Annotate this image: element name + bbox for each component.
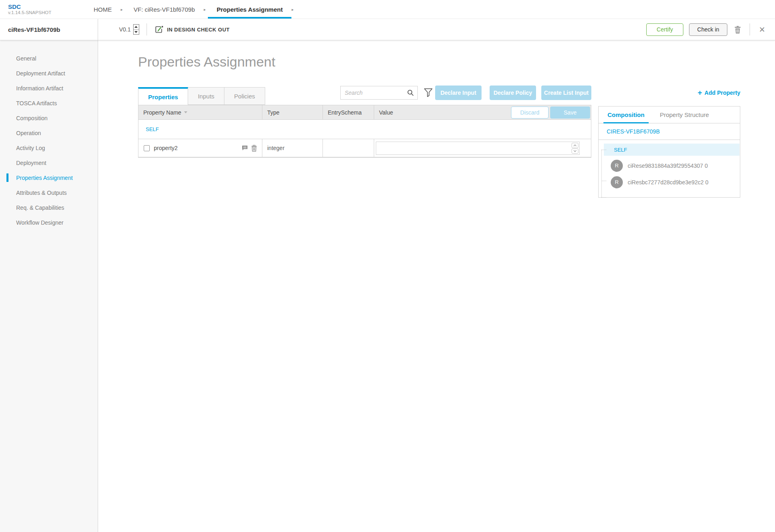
property-type: integer (267, 145, 285, 151)
breadcrumb-home[interactable]: HOME (85, 0, 121, 19)
resource-badge: R (611, 176, 623, 188)
row-icons (242, 145, 262, 152)
spinner-down-icon[interactable] (572, 148, 578, 154)
column-label: EntrySchema (328, 109, 362, 116)
row-checkbox[interactable] (144, 145, 150, 151)
add-property-button[interactable]: + Add Property (698, 89, 740, 96)
sidebar-item-operation[interactable]: Operation (0, 125, 98, 140)
page-title: Properties Assignment (138, 54, 275, 70)
table-group-row-self[interactable]: SELF (138, 120, 591, 139)
sidebar-item-label: Composition (16, 115, 48, 121)
version-up-icon[interactable] (134, 25, 139, 30)
hierarchy-tabs: Composition Property Structure (599, 106, 740, 123)
add-property-label: Add Property (704, 90, 740, 96)
column-label: Property Name (143, 109, 181, 116)
annotation-icon[interactable] (242, 145, 248, 151)
tab-properties[interactable]: Properties (138, 87, 188, 105)
sidebar-item-properties-assignment[interactable]: Properties Assignment (0, 170, 98, 185)
sidebar-item-label: Activity Log (16, 145, 45, 151)
hierarchy-component-row[interactable]: CIRES-VF1BF6709B (599, 123, 740, 140)
main-content: Properties Assignment Properties Inputs … (98, 40, 775, 532)
column-label: Value (379, 109, 393, 116)
search-icon[interactable] (404, 90, 417, 96)
declare-policy-button[interactable]: Declare Policy (490, 86, 536, 100)
component-header: ciRes-VF1bf6709b V0.1 IN DESIGN CHECK OU… (0, 19, 775, 40)
discard-button[interactable]: Discard (511, 106, 549, 119)
sidebar-item-information-artifact[interactable]: Information Artifact (0, 81, 98, 96)
property-value-cell (374, 139, 591, 157)
sidebar-item-label: Deployment (16, 160, 46, 166)
sidebar-item-label: Req. & Capabilities (16, 204, 64, 211)
group-label: SELF (146, 126, 159, 132)
tree-item-resource-2[interactable]: R ciResbc7277d28cd9be3e92c2 0 (599, 174, 740, 190)
divider (147, 23, 147, 35)
resource-label: ciRese9831884a39f29554307 0 (628, 163, 708, 169)
sdc-logo[interactable]: SDC v.1.14.5-SNAPSHOT (0, 4, 85, 15)
version-down-icon[interactable] (134, 30, 139, 35)
filter-icon[interactable] (424, 88, 433, 98)
divider (750, 23, 750, 35)
declare-input-button[interactable]: Declare Input (435, 86, 482, 100)
column-header-property-name[interactable]: Property Name (138, 105, 262, 119)
plus-icon: + (698, 89, 702, 96)
value-input[interactable] (376, 142, 580, 155)
spinner-up-icon[interactable] (572, 143, 578, 148)
sidebar-item-tosca-artifacts[interactable]: TOSCA Artifacts (0, 96, 98, 111)
sidebar-item-label: Information Artifact (16, 85, 63, 92)
sidebar-item-workflow-designer[interactable]: Workflow Designer (0, 215, 98, 230)
version-selector[interactable] (133, 24, 139, 35)
check-in-button[interactable]: Check in (689, 23, 727, 36)
breadcrumb: HOME VF: ciRes-VF1bf6709b Properties Ass… (85, 0, 295, 19)
delete-component-icon[interactable] (733, 25, 742, 35)
close-icon[interactable] (757, 26, 767, 33)
sidebar-item-attributes-outputs[interactable]: Attributes & Outputs (0, 185, 98, 200)
number-spinner (572, 143, 578, 154)
sidebar-item-label: Attributes & Outputs (16, 190, 67, 196)
app-version: v.1.14.5-SNAPSHOT (8, 10, 85, 15)
column-label: Type (267, 109, 279, 116)
tab-policies[interactable]: Policies (224, 87, 265, 105)
component-name: ciRes-VF1bf6709b (8, 26, 60, 33)
property-entryschema-cell (323, 139, 374, 157)
properties-tabs: Properties Inputs Policies (138, 87, 265, 105)
create-list-input-button[interactable]: Create List Input (541, 86, 591, 100)
column-header-type: Type (262, 105, 323, 119)
sidebar-item-deployment[interactable]: Deployment (0, 155, 98, 170)
hierarchy-component-title: CIRES-VF1BF6709B (607, 128, 660, 135)
sidebar-item-label: Properties Assignment (16, 175, 73, 181)
breadcrumb-vf[interactable]: VF: ciRes-VF1bf6709b (125, 0, 204, 19)
search-input[interactable] (341, 90, 404, 96)
delete-property-icon[interactable] (251, 145, 257, 152)
table-row[interactable]: property2 (138, 139, 591, 157)
breadcrumb-separator-icon (121, 7, 125, 12)
tree-connector (601, 197, 606, 198)
property-name-cell: property2 (138, 139, 262, 157)
sidebar-item-composition[interactable]: Composition (0, 111, 98, 125)
tab-property-structure[interactable]: Property Structure (659, 106, 710, 123)
sidebar-item-general[interactable]: General (0, 51, 98, 66)
tree-connector (601, 150, 602, 197)
tree-item-self[interactable]: SELF (604, 144, 739, 156)
property-type-cell: integer (262, 139, 323, 157)
table-header: Property Name Type EntrySchema Value Dis… (138, 105, 591, 120)
property-name: property2 (154, 145, 178, 151)
tree-connector (601, 150, 606, 150)
tab-inputs[interactable]: Inputs (188, 87, 224, 105)
save-button[interactable]: Save (550, 106, 590, 119)
header-actions: Certify Check in (646, 23, 775, 36)
state-label: IN DESIGN CHECK OUT (167, 27, 230, 33)
breadcrumb-separator-icon (204, 7, 208, 12)
certify-button[interactable]: Certify (646, 23, 683, 36)
active-indicator (6, 173, 8, 182)
sidebar-item-activity-log[interactable]: Activity Log (0, 140, 98, 155)
version-group: V0.1 IN DESIGN CHECK OUT (119, 23, 230, 35)
breadcrumb-properties-assignment[interactable]: Properties Assignment (208, 0, 292, 19)
app-name: SDC (8, 4, 85, 10)
version-label: V0.1 (119, 26, 131, 33)
tree-connector (601, 181, 606, 181)
sidebar-item-label: Deployment Artifact (16, 70, 65, 77)
sidebar-item-deployment-artifact[interactable]: Deployment Artifact (0, 66, 98, 81)
tab-composition[interactable]: Composition (607, 106, 645, 123)
tree-item-resource-1[interactable]: R ciRese9831884a39f29554307 0 (599, 157, 740, 174)
sidebar-item-req-capabilities[interactable]: Req. & Capabilities (0, 200, 98, 215)
